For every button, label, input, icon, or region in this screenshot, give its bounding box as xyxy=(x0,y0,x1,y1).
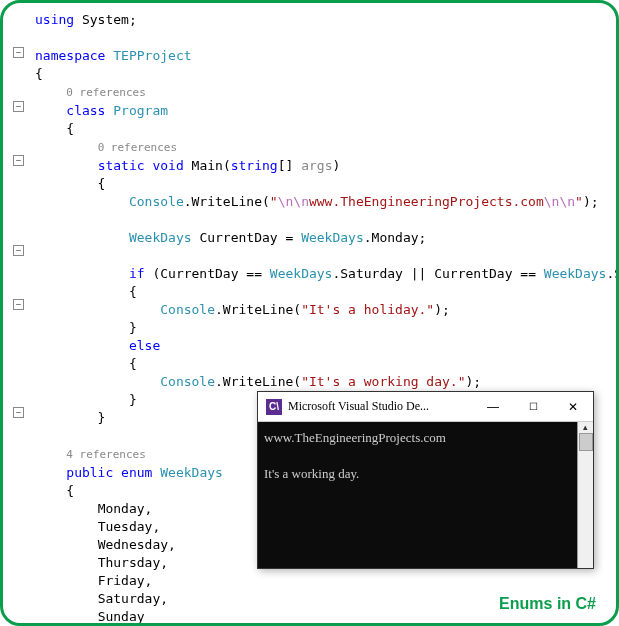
console-window: C\ Microsoft Visual Studio De... — ☐ ✕ w… xyxy=(257,391,594,569)
fold-else[interactable] xyxy=(13,299,24,310)
maximize-button[interactable]: ☐ xyxy=(513,392,553,422)
console-output[interactable]: www.TheEngineeringProjects.com It's a wo… xyxy=(258,422,593,568)
scroll-thumb[interactable] xyxy=(579,433,593,451)
close-button[interactable]: ✕ xyxy=(553,392,593,422)
fold-main[interactable] xyxy=(13,155,24,166)
fold-namespace[interactable] xyxy=(13,47,24,58)
scroll-up-icon[interactable]: ▴ xyxy=(578,422,593,432)
fold-enum[interactable] xyxy=(13,407,24,418)
console-title: Microsoft Visual Studio De... xyxy=(288,399,473,414)
console-line: www.TheEngineeringProjects.com xyxy=(264,430,587,446)
minimize-button[interactable]: — xyxy=(473,392,513,422)
caption-label: Enums in C# xyxy=(499,595,596,613)
vs-icon: C\ xyxy=(266,399,282,415)
fold-if[interactable] xyxy=(13,245,24,256)
fold-class[interactable] xyxy=(13,101,24,112)
editor-frame: using System; namespace TEPProject { 0 r… xyxy=(0,0,619,626)
console-line: It's a working day. xyxy=(264,466,587,482)
console-scrollbar[interactable]: ▴ xyxy=(577,422,593,568)
console-titlebar[interactable]: C\ Microsoft Visual Studio De... — ☐ ✕ xyxy=(258,392,593,422)
